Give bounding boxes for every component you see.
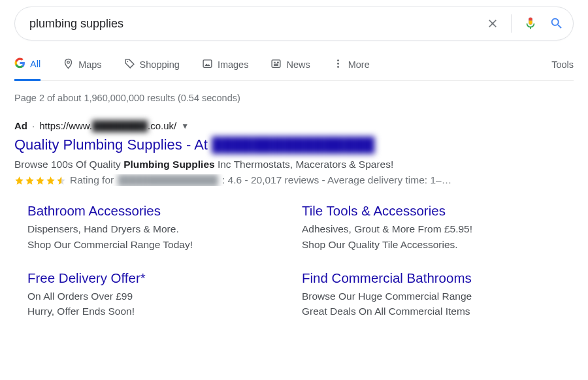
search-icon[interactable] [549,16,564,31]
tag-icon [124,58,135,71]
tab-label: Maps [78,59,101,70]
sitelink: Tile Tools & Accessories Adhesives, Grou… [302,203,550,252]
svg-point-7 [337,66,339,68]
ad-url[interactable]: https://www.████████.co.uk/ [39,120,176,131]
tabs-row: All Maps Shopping Images [14,57,574,81]
news-icon [270,58,282,71]
google-g-icon [14,57,25,71]
tab-label: Images [218,59,249,70]
sitelink: Free Delivery Offer* On All Orders Over … [27,270,276,319]
search-bar [14,7,574,40]
sitelink-line: Browse Our Huge Commercial Range [302,289,550,304]
tab-label: More [348,59,370,70]
tab-label: Shopping [140,59,180,70]
ad-description: Browse 100s Of Quality Plumbing Supplies… [14,157,574,172]
tab-images[interactable]: Images [202,57,249,80]
ad-title[interactable]: Quality Plumbing Supplies - At █████████… [14,136,574,153]
divider [511,14,512,33]
sitelink: Find Commercial Bathrooms Browse Our Hug… [302,270,550,319]
tab-label: All [30,59,41,69]
sitelink-title[interactable]: Bathroom Accessories [27,203,276,219]
tab-shopping[interactable]: Shopping [124,57,180,80]
clear-icon[interactable] [486,17,499,30]
image-icon [202,58,213,71]
svg-point-6 [337,63,339,65]
result-stats: Page 2 of about 1,960,000,000 results (0… [14,93,574,103]
separator: · [32,120,35,131]
tab-more[interactable]: More [333,57,370,80]
svg-rect-2 [203,60,212,67]
search-input[interactable] [29,17,486,31]
svg-rect-4 [277,62,279,63]
pin-icon [63,58,74,71]
sitelink-line: Dispensers, Hand Dryers & More. [27,221,276,236]
tools-link[interactable]: Tools [551,59,574,78]
sitelink-line: Great Deals On All Commercial Items [302,304,550,319]
sitelink-line: Adhesives, Grout & More From £5.95! [302,221,550,236]
sitelink: Bathroom Accessories Dispensers, Hand Dr… [27,203,276,252]
svg-point-1 [127,61,128,62]
svg-point-0 [67,61,70,64]
sitelink-line: Shop Our Commercial Range Today! [27,237,276,252]
mic-icon[interactable] [523,16,538,31]
tab-all[interactable]: All [14,57,41,81]
svg-point-5 [337,59,339,61]
ad-rating: Rating for ██████████████ : 4.6 - 20,017… [14,174,574,186]
sitelink-line: Shop Our Quality Tile Accessories. [302,237,550,252]
stars-icon [14,176,66,185]
sitelink-title[interactable]: Find Commercial Bathrooms [302,270,550,286]
sitelink-line: Hurry, Offer Ends Soon! [27,304,276,319]
more-icon [333,58,344,71]
ad-badge: Ad [14,120,27,131]
tab-maps[interactable]: Maps [63,57,101,80]
sitelink-title[interactable]: Tile Tools & Accessories [302,203,550,219]
tab-news[interactable]: News [270,57,310,80]
ad-result: Ad · https://www.████████.co.uk/ ▼ Quali… [14,120,574,319]
sitelink-title[interactable]: Free Delivery Offer* [27,270,276,286]
tab-label: News [286,59,310,70]
sitelink-line: On All Orders Over £99 [27,289,276,304]
chevron-down-icon[interactable]: ▼ [181,121,189,131]
